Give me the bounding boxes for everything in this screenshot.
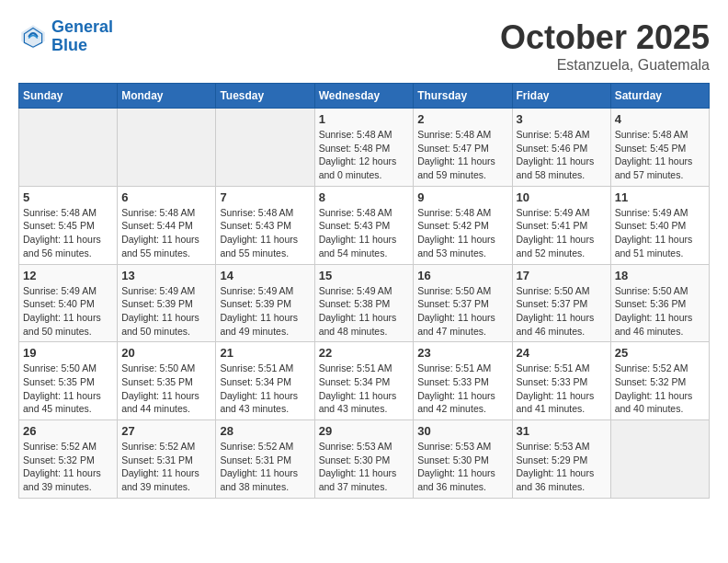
day-number: 19 <box>23 346 113 360</box>
day-number: 21 <box>220 346 310 360</box>
day-number: 13 <box>121 269 211 282</box>
weekday-header-saturday: Saturday <box>610 84 709 109</box>
day-number: 11 <box>615 190 705 204</box>
calendar-cell: 29Sunrise: 5:53 AM Sunset: 5:30 PM Dayli… <box>314 420 414 499</box>
calendar-cell: 7Sunrise: 5:48 AM Sunset: 5:43 PM Daylig… <box>216 186 314 264</box>
day-number: 28 <box>220 424 310 438</box>
day-info: Sunrise: 5:49 AM Sunset: 5:40 PM Dayligh… <box>615 206 705 260</box>
calendar-body: 1Sunrise: 5:48 AM Sunset: 5:48 PM Daylig… <box>19 109 710 499</box>
day-info: Sunrise: 5:51 AM Sunset: 5:34 PM Dayligh… <box>319 362 410 416</box>
day-info: Sunrise: 5:52 AM Sunset: 5:31 PM Dayligh… <box>220 440 310 494</box>
day-info: Sunrise: 5:48 AM Sunset: 5:45 PM Dayligh… <box>23 206 113 260</box>
day-info: Sunrise: 5:52 AM Sunset: 5:32 PM Dayligh… <box>615 362 705 416</box>
calendar-cell: 2Sunrise: 5:48 AM Sunset: 5:47 PM Daylig… <box>414 109 512 187</box>
month-title: October 2025 <box>500 18 710 57</box>
weekday-header-sunday: Sunday <box>19 84 118 109</box>
logo: General Blue <box>18 18 113 55</box>
day-number: 23 <box>417 346 507 360</box>
calendar-cell: 18Sunrise: 5:50 AM Sunset: 5:36 PM Dayli… <box>610 264 709 342</box>
day-number: 29 <box>319 424 410 438</box>
day-number: 26 <box>23 424 113 438</box>
day-info: Sunrise: 5:49 AM Sunset: 5:39 PM Dayligh… <box>121 284 211 339</box>
day-number: 4 <box>615 112 705 126</box>
calendar-cell: 20Sunrise: 5:50 AM Sunset: 5:35 PM Dayli… <box>118 342 216 420</box>
day-number: 31 <box>517 424 607 438</box>
page-header: General Blue October 2025 Estanzuela, Gu… <box>18 18 710 74</box>
weekday-header-monday: Monday <box>118 84 216 109</box>
day-info: Sunrise: 5:50 AM Sunset: 5:35 PM Dayligh… <box>121 362 211 416</box>
calendar-cell: 9Sunrise: 5:48 AM Sunset: 5:42 PM Daylig… <box>414 186 512 264</box>
day-info: Sunrise: 5:50 AM Sunset: 5:36 PM Dayligh… <box>615 284 705 339</box>
day-info: Sunrise: 5:52 AM Sunset: 5:31 PM Dayligh… <box>121 440 211 494</box>
day-info: Sunrise: 5:49 AM Sunset: 5:39 PM Dayligh… <box>220 284 310 339</box>
calendar-cell: 13Sunrise: 5:49 AM Sunset: 5:39 PM Dayli… <box>118 264 216 342</box>
logo-text: General Blue <box>51 18 113 55</box>
day-info: Sunrise: 5:48 AM Sunset: 5:47 PM Dayligh… <box>417 128 507 182</box>
calendar-cell <box>19 109 118 187</box>
day-number: 17 <box>517 269 607 282</box>
calendar-cell: 24Sunrise: 5:51 AM Sunset: 5:33 PM Dayli… <box>512 342 610 420</box>
calendar-cell: 31Sunrise: 5:53 AM Sunset: 5:29 PM Dayli… <box>512 420 610 499</box>
weekday-header-wednesday: Wednesday <box>314 84 414 109</box>
calendar-cell <box>216 109 314 187</box>
calendar-cell: 27Sunrise: 5:52 AM Sunset: 5:31 PM Dayli… <box>118 420 216 499</box>
calendar-cell: 3Sunrise: 5:48 AM Sunset: 5:46 PM Daylig… <box>512 109 610 187</box>
calendar-week-4: 19Sunrise: 5:50 AM Sunset: 5:35 PM Dayli… <box>19 342 710 420</box>
day-info: Sunrise: 5:49 AM Sunset: 5:40 PM Dayligh… <box>23 284 113 339</box>
calendar-week-5: 26Sunrise: 5:52 AM Sunset: 5:32 PM Dayli… <box>19 420 710 499</box>
calendar-cell: 17Sunrise: 5:50 AM Sunset: 5:37 PM Dayli… <box>512 264 610 342</box>
day-number: 7 <box>220 190 310 204</box>
day-number: 12 <box>23 269 113 282</box>
day-number: 15 <box>319 269 410 282</box>
day-number: 25 <box>615 346 705 360</box>
day-info: Sunrise: 5:48 AM Sunset: 5:44 PM Dayligh… <box>121 206 211 260</box>
calendar-cell: 16Sunrise: 5:50 AM Sunset: 5:37 PM Dayli… <box>414 264 512 342</box>
calendar-cell: 30Sunrise: 5:53 AM Sunset: 5:30 PM Dayli… <box>414 420 512 499</box>
day-info: Sunrise: 5:53 AM Sunset: 5:30 PM Dayligh… <box>417 440 507 494</box>
day-info: Sunrise: 5:48 AM Sunset: 5:45 PM Dayligh… <box>615 128 705 182</box>
day-info: Sunrise: 5:53 AM Sunset: 5:30 PM Dayligh… <box>319 440 410 494</box>
calendar-cell: 25Sunrise: 5:52 AM Sunset: 5:32 PM Dayli… <box>610 342 709 420</box>
calendar-header-row: SundayMondayTuesdayWednesdayThursdayFrid… <box>19 84 710 109</box>
day-number: 1 <box>319 112 410 126</box>
calendar-week-3: 12Sunrise: 5:49 AM Sunset: 5:40 PM Dayli… <box>19 264 710 342</box>
day-info: Sunrise: 5:48 AM Sunset: 5:46 PM Dayligh… <box>517 128 607 182</box>
day-info: Sunrise: 5:52 AM Sunset: 5:32 PM Dayligh… <box>23 440 113 494</box>
calendar-cell <box>610 420 709 499</box>
day-info: Sunrise: 5:50 AM Sunset: 5:35 PM Dayligh… <box>23 362 113 416</box>
logo-icon <box>18 22 48 52</box>
calendar-table: SundayMondayTuesdayWednesdayThursdayFrid… <box>18 83 710 499</box>
day-number: 5 <box>23 190 113 204</box>
day-info: Sunrise: 5:48 AM Sunset: 5:42 PM Dayligh… <box>417 206 507 260</box>
calendar-cell: 8Sunrise: 5:48 AM Sunset: 5:43 PM Daylig… <box>314 186 414 264</box>
day-info: Sunrise: 5:53 AM Sunset: 5:29 PM Dayligh… <box>517 440 607 494</box>
weekday-header-tuesday: Tuesday <box>216 84 314 109</box>
calendar-week-2: 5Sunrise: 5:48 AM Sunset: 5:45 PM Daylig… <box>19 186 710 264</box>
day-number: 24 <box>517 346 607 360</box>
day-info: Sunrise: 5:50 AM Sunset: 5:37 PM Dayligh… <box>517 284 607 339</box>
day-info: Sunrise: 5:51 AM Sunset: 5:34 PM Dayligh… <box>220 362 310 416</box>
calendar-cell: 1Sunrise: 5:48 AM Sunset: 5:48 PM Daylig… <box>314 109 414 187</box>
weekday-header-friday: Friday <box>512 84 610 109</box>
day-info: Sunrise: 5:51 AM Sunset: 5:33 PM Dayligh… <box>517 362 607 416</box>
day-number: 6 <box>121 190 211 204</box>
calendar-cell: 23Sunrise: 5:51 AM Sunset: 5:33 PM Dayli… <box>414 342 512 420</box>
day-number: 18 <box>615 269 705 282</box>
calendar-cell: 26Sunrise: 5:52 AM Sunset: 5:32 PM Dayli… <box>19 420 118 499</box>
weekday-header-thursday: Thursday <box>414 84 512 109</box>
day-info: Sunrise: 5:49 AM Sunset: 5:41 PM Dayligh… <box>517 206 607 260</box>
day-number: 20 <box>121 346 211 360</box>
calendar-cell: 11Sunrise: 5:49 AM Sunset: 5:40 PM Dayli… <box>610 186 709 264</box>
day-number: 27 <box>121 424 211 438</box>
day-info: Sunrise: 5:48 AM Sunset: 5:43 PM Dayligh… <box>220 206 310 260</box>
day-info: Sunrise: 5:50 AM Sunset: 5:37 PM Dayligh… <box>417 284 507 339</box>
day-info: Sunrise: 5:49 AM Sunset: 5:38 PM Dayligh… <box>319 284 410 339</box>
day-number: 3 <box>517 112 607 126</box>
day-number: 8 <box>319 190 410 204</box>
day-number: 2 <box>417 112 507 126</box>
title-block: October 2025 Estanzuela, Guatemala <box>500 18 710 74</box>
day-number: 30 <box>417 424 507 438</box>
day-number: 10 <box>517 190 607 204</box>
calendar-cell: 15Sunrise: 5:49 AM Sunset: 5:38 PM Dayli… <box>314 264 414 342</box>
calendar-cell <box>118 109 216 187</box>
